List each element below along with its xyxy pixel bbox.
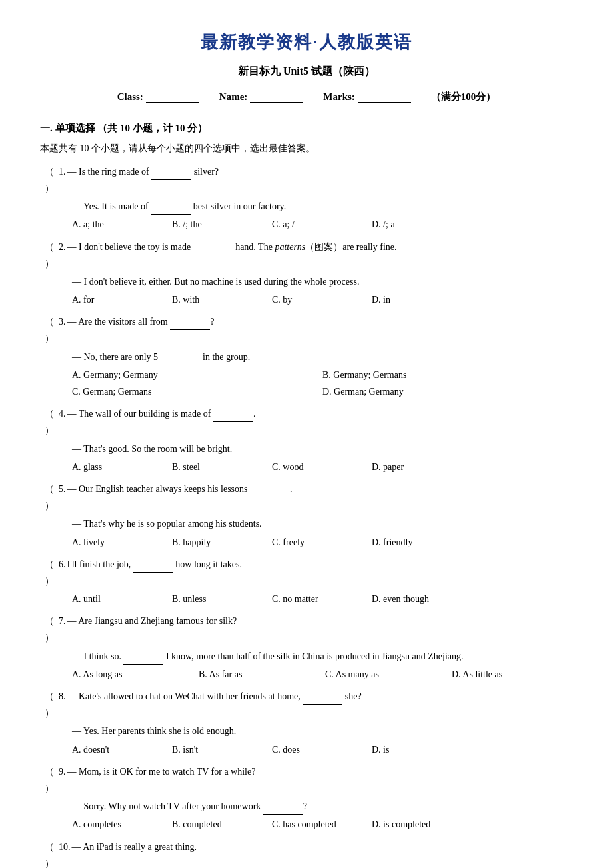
q2-opt-d: D. in xyxy=(372,291,465,308)
q5-answer: — That's why he is so popular among his … xyxy=(72,515,573,532)
q5-options: A. lively B. happily C. freely D. friend… xyxy=(72,534,573,551)
q2-text: — I don't believe the toy is made hand. … xyxy=(67,239,574,255)
q8-opt-d: D. is xyxy=(372,741,465,758)
q6-opt-c: C. no matter xyxy=(272,591,365,607)
q7-options: A. As long as B. As far as C. As many as… xyxy=(72,666,573,683)
q7-answer: — I think so. I know, more than half of … xyxy=(72,648,573,665)
q1-num: 1. xyxy=(59,163,66,180)
q9-text: — Mom, is it OK for me to watch TV for a… xyxy=(67,763,574,780)
marks-field: Marks: xyxy=(323,88,411,106)
q9-opt-c: C. has completed xyxy=(272,816,365,833)
question-6: （ ） 6. I'll finish the job, how long it … xyxy=(40,556,573,608)
name-field: Name: xyxy=(219,88,303,106)
q4-text: — The wall of our building is made of . xyxy=(67,405,574,422)
class-field: Class: xyxy=(117,88,199,106)
question-3: （ ） 3. — Are the visitors all from ? — N… xyxy=(40,313,573,400)
q1-opt-c: C. a; / xyxy=(272,216,365,233)
q8-num: 8. xyxy=(59,688,66,705)
q1-text: — Is the ring made of silver? xyxy=(67,163,574,180)
q9-blank1 xyxy=(263,804,303,815)
q8-opt-c: C. does xyxy=(272,741,365,758)
question-7: （ ） 7. — Are Jiangsu and Zhejiang famous… xyxy=(40,613,573,683)
q2-answer: — I don't believe it, either. But no mac… xyxy=(72,273,573,290)
q7-opt-a: A. As long as xyxy=(72,666,192,683)
name-blank xyxy=(250,91,303,103)
class-label: Class: xyxy=(117,88,143,106)
q5-line: （ ） 5. — Our English teacher always keep… xyxy=(40,481,573,514)
q9-options: A. completes B. completed C. has complet… xyxy=(72,816,573,833)
q2-opt-b: B. with xyxy=(172,291,265,308)
q2-opt-c: C. by xyxy=(272,291,365,308)
q1-opt-a: A. a; the xyxy=(72,216,165,233)
q6-num: 6. xyxy=(59,556,66,573)
q3-blank2 xyxy=(161,355,201,365)
q3-blank1 xyxy=(170,319,210,330)
q1-blank2 xyxy=(151,204,191,215)
q7-num: 7. xyxy=(59,613,66,629)
q3-opt-b: B. Germany; Germans xyxy=(322,367,573,383)
q7-line: （ ） 7. — Are Jiangsu and Zhejiang famous… xyxy=(40,613,573,646)
q4-line: （ ） 4. — The wall of our building is mad… xyxy=(40,405,573,439)
q4-paren: （ ） xyxy=(40,405,59,439)
q1-blank1 xyxy=(151,169,191,180)
q9-opt-a: A. completes xyxy=(72,816,165,833)
question-8: （ ） 8. — Kate's allowed to chat on WeCha… xyxy=(40,688,573,758)
q8-opt-b: B. isn't xyxy=(172,741,265,758)
main-title: 最新教学资料·人教版英语 xyxy=(40,27,573,58)
q4-num: 4. xyxy=(59,405,66,422)
section1-title: 一. 单项选择 （共 10 小题，计 10 分） xyxy=(40,119,573,137)
q8-paren: （ ） xyxy=(40,688,59,721)
question-1: （ ） 1. — Is the ring made of silver? — Y… xyxy=(40,163,573,233)
q9-paren: （ ） xyxy=(40,763,59,797)
q10-paren: （ ） xyxy=(40,839,59,868)
q2-line: （ ） 2. — I don't believe the toy is made… xyxy=(40,239,573,272)
q7-text: — Are Jiangsu and Zhejiang famous for si… xyxy=(67,613,574,629)
q6-blank1 xyxy=(133,562,173,573)
q3-num: 3. xyxy=(59,313,66,330)
q2-num: 2. xyxy=(59,239,66,255)
q9-opt-d: D. is completed xyxy=(372,816,465,833)
q8-text: — Kate's allowed to chat on WeChat with … xyxy=(67,688,574,705)
q9-line: （ ） 9. — Mom, is it OK for me to watch T… xyxy=(40,763,573,797)
q4-blank1 xyxy=(213,411,253,422)
q8-options: A. doesn't B. isn't C. does D. is xyxy=(72,741,573,758)
q7-opt-c: C. As many as xyxy=(325,666,445,683)
q8-opt-a: A. doesn't xyxy=(72,741,165,758)
q1-options: A. a; the B. /; the C. a; / D. /; a xyxy=(72,216,573,233)
q5-blank1 xyxy=(250,487,290,497)
question-2: （ ） 2. — I don't believe the toy is made… xyxy=(40,239,573,309)
q10-num: 10. xyxy=(59,839,71,855)
q8-blank1 xyxy=(303,694,342,705)
q5-opt-d: D. friendly xyxy=(372,534,465,551)
q7-opt-b: B. As far as xyxy=(199,666,318,683)
q2-italic: patterns xyxy=(275,242,305,252)
q3-line: （ ） 3. — Are the visitors all from ? xyxy=(40,313,573,347)
header-row: Class: Name: Marks: （满分100分） xyxy=(40,88,573,106)
q4-options: A. glass B. steel C. wood D. paper xyxy=(72,459,573,475)
q8-answer: — Yes. Her parents think she is old enou… xyxy=(72,723,573,739)
q1-paren: （ ） xyxy=(40,163,59,197)
q2-paren: （ ） xyxy=(40,239,59,272)
q4-opt-b: B. steel xyxy=(172,459,265,475)
q7-opt-d: D. As little as xyxy=(452,666,572,683)
question-10: （ ） 10. — An iPad is really a great thin… xyxy=(40,839,573,868)
q5-text: — Our English teacher always keeps his l… xyxy=(67,481,574,497)
q8-line: （ ） 8. — Kate's allowed to chat on WeCha… xyxy=(40,688,573,721)
q1-line: （ ） 1. — Is the ring made of silver? xyxy=(40,163,573,197)
q7-paren: （ ） xyxy=(40,613,59,646)
q1-opt-d: D. /; a xyxy=(372,216,465,233)
q5-opt-c: C. freely xyxy=(272,534,365,551)
q6-opt-d: D. even though xyxy=(372,591,465,607)
q2-opt-a: A. for xyxy=(72,291,165,308)
q3-options: A. Germany; Germany B. Germany; Germans … xyxy=(72,367,573,400)
q6-opt-a: A. until xyxy=(72,591,165,607)
marks-label: Marks: xyxy=(323,88,355,106)
q5-paren: （ ） xyxy=(40,481,59,514)
q7-blank1 xyxy=(123,654,163,665)
q1-opt-b: B. /; the xyxy=(172,216,265,233)
q4-opt-d: D. paper xyxy=(372,459,465,475)
q1-answer: — Yes. It is made of best silver in our … xyxy=(72,198,573,215)
q3-opt-c: C. German; Germans xyxy=(72,383,322,400)
q3-paren: （ ） xyxy=(40,313,59,347)
q5-num: 5. xyxy=(59,481,66,497)
